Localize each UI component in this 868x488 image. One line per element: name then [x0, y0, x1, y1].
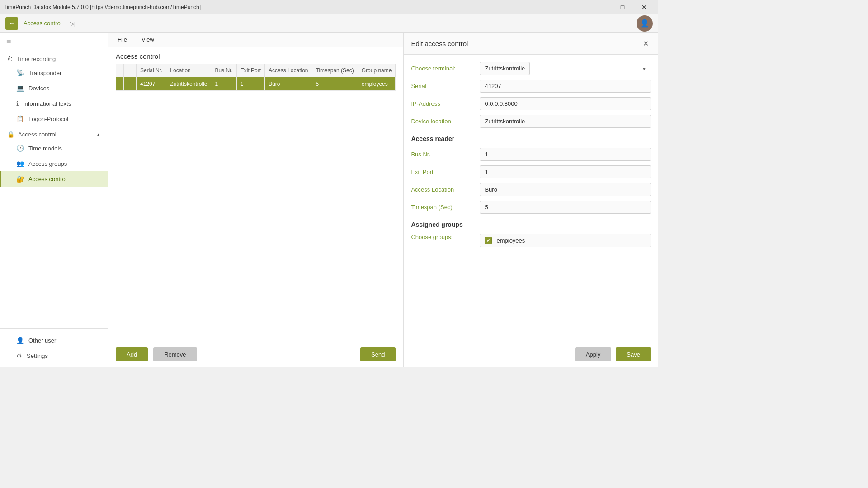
device-location-row: Device location — [411, 115, 651, 128]
add-button[interactable]: Add — [116, 347, 148, 361]
row-exit-port: 1 — [236, 77, 264, 91]
settings-icon: ⚙ — [16, 352, 22, 359]
table-footer: Add Remove Send — [108, 342, 403, 367]
access-location-input[interactable] — [480, 183, 651, 196]
avatar[interactable]: 👤 — [637, 15, 653, 32]
protocol-icon: 📋 — [16, 115, 24, 122]
label-serial: Serial — [411, 83, 474, 89]
group-name-label: employees — [496, 237, 525, 244]
row-access-location: Büro — [265, 77, 312, 91]
group-checkbox[interactable] — [485, 237, 492, 244]
remove-button[interactable]: Remove — [153, 347, 197, 361]
sidebar-item-logon-protocol[interactable]: 📋 Logon-Protocol — [0, 111, 108, 127]
row-bus-nr: 1 — [211, 77, 236, 91]
row-group-name: employees — [358, 77, 396, 91]
sidebar-item-time-models[interactable]: 🕐 Time models — [0, 141, 108, 156]
col-header-exit-port: Exit Port — [236, 64, 264, 77]
edit-panel-header: Edit access control ✕ — [404, 33, 658, 55]
window-close-button[interactable]: ✕ — [634, 0, 655, 14]
sidebar-section-access-control[interactable]: 🔒 Access control ▲ — [0, 127, 108, 141]
sidebar-item-access-control[interactable]: 🔐 Access control — [0, 171, 108, 187]
titlebar-controls: — □ ✕ — [590, 0, 655, 14]
main-layout: ≡ ⏱ Time recording 📡 Transponder 💻 Devic… — [0, 33, 658, 367]
apply-button[interactable]: Apply — [575, 347, 612, 361]
col-header-edit — [124, 64, 137, 77]
terminal-select[interactable]: Zutrittskontrolle — [480, 62, 530, 75]
exit-port-input[interactable] — [480, 165, 651, 178]
sidebar-item-devices[interactable]: 💻 Devices — [0, 80, 108, 96]
choose-groups-row: Choose groups: employees — [411, 234, 651, 249]
titlebar: TimePunch Datafox Module 5.7.0.0 [https:… — [0, 0, 658, 14]
edit-panel-close-button[interactable]: ✕ — [640, 38, 651, 49]
other-user-icon: 👤 — [16, 337, 24, 344]
timespan-input[interactable] — [480, 201, 651, 214]
table-panel: File View Access control Serial Nr. Loca… — [108, 33, 403, 367]
send-button[interactable]: Send — [360, 347, 396, 361]
back-button[interactable]: ← — [5, 17, 18, 30]
row-check — [116, 77, 124, 91]
titlebar-left: TimePunch Datafox Module 5.7.0.0 [https:… — [4, 4, 201, 10]
access-control-link[interactable]: Access control — [24, 20, 62, 27]
sidebar-item-other-user[interactable]: 👤 Other user — [0, 333, 108, 348]
back-icon: ← — [9, 20, 15, 27]
menu-view[interactable]: View — [138, 34, 158, 45]
minimize-button[interactable]: — — [590, 0, 611, 14]
label-ip-address: IP-Address — [411, 100, 474, 107]
access-reader-title: Access reader — [411, 135, 651, 142]
access-location-row: Access Location — [411, 183, 651, 196]
serial-input[interactable] — [480, 80, 651, 93]
row-location: Zutrittskontrolle — [166, 77, 211, 91]
col-header-bus-nr: Bus Nr. — [211, 64, 236, 77]
label-access-location: Access Location — [411, 186, 474, 193]
ip-address-input[interactable] — [480, 97, 651, 110]
label-timespan: Timespan (Sec) — [411, 204, 474, 211]
edit-footer: Apply Save — [404, 342, 658, 367]
menu-bar: File View — [108, 33, 403, 47]
ip-row: IP-Address — [411, 97, 651, 110]
sidebar-item-settings[interactable]: ⚙ Settings — [0, 348, 108, 363]
titlebar-title: TimePunch Datafox Module 5.7.0.0 [https:… — [4, 4, 201, 10]
play-button[interactable]: ▷| — [67, 18, 78, 29]
collapse-icon: ▲ — [96, 132, 101, 137]
bus-nr-input[interactable] — [480, 148, 651, 161]
label-choose-terminal: Choose terminal: — [411, 65, 474, 72]
devices-icon: 💻 — [16, 84, 24, 92]
col-header-access-location: Access Location — [265, 64, 312, 77]
edit-body: Choose terminal: Zutrittskontrolle Seria… — [404, 55, 658, 342]
timespan-row: Timespan (Sec) — [411, 201, 651, 214]
edit-panel: Edit access control ✕ Choose terminal: Z… — [403, 33, 658, 367]
transponder-icon: 📡 — [16, 69, 24, 76]
save-button[interactable]: Save — [616, 347, 651, 361]
groups-list: employees — [480, 234, 651, 249]
col-header-check — [116, 64, 124, 77]
sidebar-section-time-recording[interactable]: ⏱ Time recording — [0, 51, 108, 65]
access-control-icon: 🔐 — [16, 175, 24, 183]
hamburger-menu[interactable]: ≡ — [0, 33, 108, 51]
assigned-groups-title: Assigned groups — [411, 221, 651, 228]
sidebar-item-informational-texts[interactable]: ℹ Informational texts — [0, 96, 108, 111]
col-header-group-name: Group name — [358, 64, 396, 77]
label-choose-groups: Choose groups: — [411, 234, 474, 240]
label-bus-nr: Bus Nr. — [411, 151, 474, 158]
maximize-button[interactable]: □ — [612, 0, 633, 14]
app-toolbar: ← Access control ▷| 👤 — [0, 14, 658, 33]
exit-port-row: Exit Port — [411, 165, 651, 178]
bus-nr-row: Bus Nr. — [411, 148, 651, 161]
row-edit-icon[interactable]: ✎ — [124, 77, 137, 91]
access-groups-icon: 👥 — [16, 160, 24, 167]
edit-panel-title: Edit access control — [411, 40, 468, 47]
table-wrapper: Serial Nr. Location Bus Nr. Exit Port Ac… — [108, 64, 403, 91]
row-timespan: 5 — [312, 77, 358, 91]
col-header-timespan: Timespan (Sec) — [312, 64, 358, 77]
sidebar: ≡ ⏱ Time recording 📡 Transponder 💻 Devic… — [0, 33, 108, 367]
menu-file[interactable]: File — [114, 34, 131, 45]
serial-row: Serial — [411, 80, 651, 93]
device-location-input[interactable] — [480, 115, 651, 128]
row-serial-nr: 41207 — [137, 77, 166, 91]
terminal-row: Choose terminal: Zutrittskontrolle — [411, 62, 651, 75]
sidebar-item-access-groups[interactable]: 👥 Access groups — [0, 156, 108, 171]
group-item[interactable]: employees — [480, 234, 651, 247]
table-row[interactable]: ✎ 41207 Zutrittskontrolle 1 1 Büro 5 emp… — [116, 77, 396, 91]
access-control-table: Serial Nr. Location Bus Nr. Exit Port Ac… — [116, 64, 396, 91]
sidebar-item-transponder[interactable]: 📡 Transponder — [0, 65, 108, 80]
